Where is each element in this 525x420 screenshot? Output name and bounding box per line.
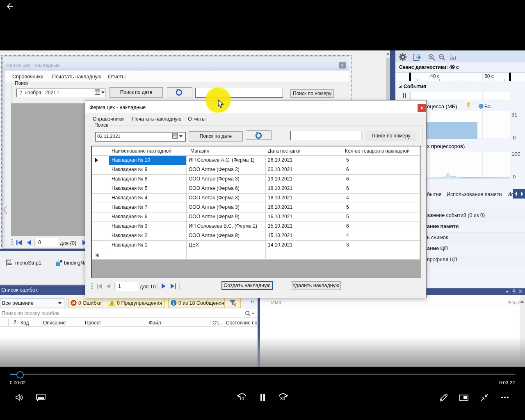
svg-text:?: ?	[450, 54, 452, 58]
